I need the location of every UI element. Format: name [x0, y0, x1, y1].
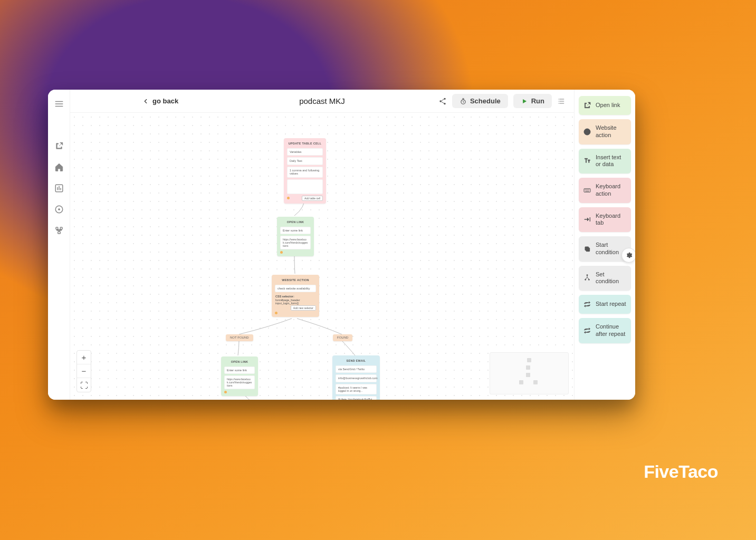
menu-icon[interactable] [54, 99, 64, 109]
node-send-email[interactable]: SEND EMAIL via SendGrid / Twilio info@bu… [332, 355, 380, 400]
action-insert-text[interactable]: Insert text or data [579, 149, 631, 174]
schedule-label: Schedule [470, 97, 501, 105]
svg-point-2 [58, 209, 60, 210]
node-add-selector-button[interactable]: Add new selector [291, 305, 316, 311]
node-status-dot [287, 197, 290, 199]
svg-point-6 [439, 100, 441, 102]
zoom-in-button[interactable]: + [77, 351, 91, 364]
node-label: Enter some link [280, 227, 311, 235]
node-field[interactable]: 1 comma and following values [287, 167, 323, 178]
page-title: podcast MKJ [299, 97, 345, 105]
node-desc[interactable]: check website availability [275, 285, 316, 293]
svg-point-16 [588, 279, 589, 281]
flow-icon[interactable] [54, 226, 64, 235]
action-label: Start repeat [596, 301, 626, 308]
svg-rect-13 [586, 248, 590, 252]
node-open-link[interactable]: OPEN LINK Enter some link https://www.fa… [277, 217, 314, 256]
brand-logo: FiveTaco [644, 461, 718, 482]
action-set-condition[interactable]: Set condition [579, 266, 631, 291]
open-external-icon[interactable] [54, 141, 64, 151]
node-website-action[interactable]: WEBSITE ACTION check website availabilit… [272, 275, 319, 317]
node-header: SEND EMAIL [336, 358, 377, 364]
svg-rect-11 [584, 188, 590, 192]
branch-icon [583, 274, 591, 282]
node-label: Enter some link [224, 367, 255, 374]
css-selector-label: CSS selector: [275, 295, 294, 298]
zoom-controls: + − ⛶ [76, 350, 91, 392]
topbar-right: Schedule Run [438, 94, 566, 108]
action-label: Set condition [596, 271, 627, 286]
main-area: go back podcast MKJ Schedule Run [70, 90, 574, 400]
email-to-field[interactable]: info@businessgrowthclub.com [336, 374, 377, 382]
node-url-field[interactable]: https://www.facebook.com/friends/suggest… [280, 236, 311, 249]
flow-canvas[interactable]: UPDATE TABLE CELL Variables Daily Test 1… [70, 113, 574, 400]
node-header: WEBSITE ACTION [275, 277, 316, 283]
action-continue-repeat[interactable]: Continue after repeat [579, 318, 631, 343]
text-icon [583, 157, 591, 165]
zoom-out-button[interactable]: − [77, 364, 91, 378]
help-icon[interactable] [54, 205, 64, 214]
open-link-icon [583, 101, 591, 110]
svg-point-15 [585, 279, 586, 281]
action-label: Continue after repeat [596, 323, 627, 338]
left-rail [48, 90, 70, 400]
repeat-continue-icon [583, 326, 591, 335]
gear-icon [625, 252, 633, 259]
email-body-field[interactable]: Hi there, Your Facebook PodBot, which he… [336, 396, 377, 400]
node-status-dot [275, 312, 277, 314]
branch-not-found: NOT FOUND [226, 334, 253, 341]
chart-icon[interactable] [54, 184, 64, 193]
svg-rect-4 [60, 227, 62, 229]
node-add-button[interactable]: Add table cell [302, 196, 323, 201]
action-label: Keyboard tab [596, 213, 627, 227]
action-label: Insert text or data [596, 154, 627, 169]
run-button[interactable]: Run [513, 94, 552, 108]
settings-floating-button[interactable] [621, 248, 635, 263]
node-header: UPDATE TABLE CELL [287, 141, 323, 147]
share-icon[interactable] [438, 97, 447, 105]
actions-panel: Open link Website action Insert text or … [574, 90, 635, 400]
node-status-dot [280, 251, 283, 254]
keyboard-icon [583, 186, 591, 195]
node-header: OPEN LINK [224, 359, 255, 365]
topbar: go back podcast MKJ Schedule Run [70, 90, 574, 113]
zoom-fit-button[interactable]: ⛶ [77, 378, 91, 392]
svg-rect-3 [56, 227, 58, 229]
node-field[interactable]: Variables [287, 148, 323, 156]
action-keyboard-action[interactable]: Keyboard action [579, 178, 631, 203]
action-keyboard-tab[interactable]: Keyboard tab [579, 207, 631, 233]
minimap[interactable] [490, 352, 569, 394]
action-open-link[interactable]: Open link [579, 96, 631, 115]
svg-rect-5 [58, 232, 60, 234]
email-via-field[interactable]: via SendGrid / Twilio [336, 365, 377, 373]
run-label: Run [531, 97, 544, 105]
action-website-action[interactable]: Website action [579, 119, 631, 144]
node-update-table-cell[interactable]: UPDATE TABLE CELL Variables Daily Test 1… [284, 138, 326, 204]
action-label: Open link [596, 102, 620, 109]
svg-point-7 [444, 98, 445, 99]
tab-icon [583, 215, 591, 224]
action-label: Keyboard action [596, 183, 627, 198]
action-start-repeat[interactable]: Start repeat [579, 295, 631, 314]
schedule-button[interactable]: Schedule [452, 94, 508, 108]
node-textarea[interactable] [287, 179, 323, 194]
go-back-button[interactable]: go back [142, 97, 178, 105]
branch-found: FOUND [333, 334, 352, 341]
repeat-icon [583, 300, 591, 308]
node-status-dot [224, 391, 227, 393]
layers-icon [583, 245, 591, 253]
node-field[interactable]: Daily Test [287, 157, 323, 165]
home-icon[interactable] [54, 162, 64, 172]
node-header: OPEN LINK [280, 219, 311, 225]
email-subject-field[interactable]: #podcast: It seems I was logged in on wr… [336, 384, 377, 394]
list-view-icon[interactable] [557, 97, 566, 105]
go-back-label: go back [152, 97, 178, 105]
css-selector-value: form#page_header input_login_form[] [275, 298, 300, 305]
app-window: go back podcast MKJ Schedule Run [48, 90, 635, 400]
node-url-field[interactable]: https://www.facebook.com/friends/suggest… [224, 375, 255, 389]
action-label: Website action [596, 124, 627, 139]
node-open-link-2[interactable]: OPEN LINK Enter some link https://www.fa… [221, 356, 258, 396]
svg-point-8 [444, 103, 445, 104]
svg-point-14 [587, 275, 588, 276]
globe-icon [583, 128, 591, 136]
